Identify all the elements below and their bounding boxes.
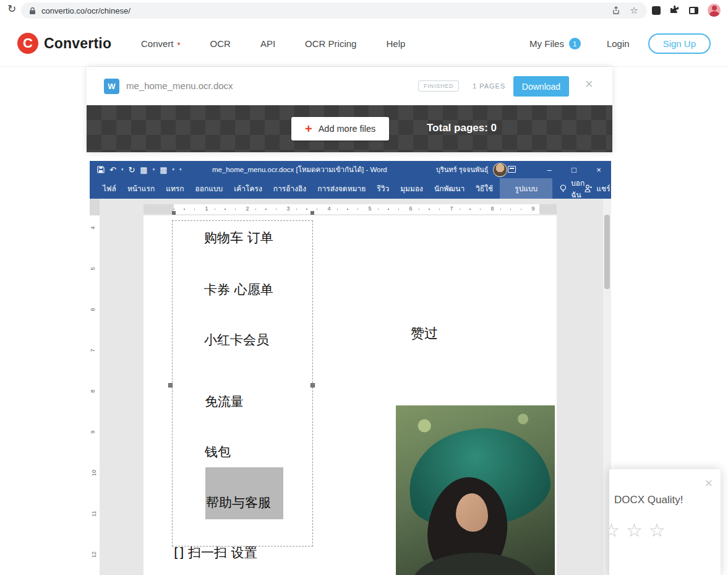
window-controls: – □ × [537, 161, 611, 178]
download-button[interactable]: Download [513, 76, 569, 97]
tab-developer[interactable]: นักพัฒนา [429, 178, 470, 199]
ruler-number: 7 [448, 205, 454, 212]
add-more-files-button[interactable]: + Add more files [291, 117, 389, 141]
popup-title: DOCX Quality! [614, 494, 683, 506]
convertio-logo-icon: C [17, 33, 38, 54]
share-icon[interactable] [612, 6, 620, 15]
indent-marker[interactable] [172, 211, 176, 215]
tab-help[interactable]: วิธีใช้ [470, 178, 499, 199]
signed-in-user[interactable]: บุรินทร์ รุจจนพันธุ์ [436, 161, 507, 178]
ruler-number: 4 [326, 205, 332, 212]
ribbon-tab-bar: ไฟล์ หน้าแรก แทรก ออกแบบ เค้าโครง การอ้า… [90, 178, 611, 199]
browser-profile-avatar[interactable] [708, 4, 721, 17]
indent-marker[interactable] [310, 211, 314, 215]
customize-qat-icon[interactable]: ▾ [179, 167, 182, 172]
scrollbar-thumb[interactable] [604, 215, 610, 289]
nav-convert[interactable]: Convert ▾ [141, 38, 181, 49]
convertio-logo[interactable]: C Convertio [17, 33, 111, 54]
chevron-down-icon: ▾ [178, 40, 181, 47]
table-tool-dropdown-icon[interactable]: ▾ [153, 167, 155, 172]
reload-icon[interactable]: ↻ [7, 2, 16, 15]
ruler-number: 6 [408, 205, 413, 212]
tab-file[interactable]: ไฟล์ [97, 178, 122, 199]
file-row: W me_home_menu.ocr.docx FINISHED 1 PAGES… [87, 67, 612, 105]
tab-design[interactable]: ออกแบบ [190, 178, 229, 199]
share-button[interactable]: แชร์ [585, 183, 610, 194]
tab-references[interactable]: การอ้างอิง [268, 178, 312, 199]
user-avatar [493, 163, 507, 177]
lightbulb-icon [560, 184, 567, 193]
tab-format[interactable]: รูปแบบ [500, 178, 552, 199]
status-badge: FINISHED [418, 80, 459, 92]
minimize-button[interactable]: – [537, 161, 562, 178]
file-name: me_home_menu.ocr.docx [126, 80, 233, 91]
ruler-number: 5 [90, 267, 96, 270]
save-icon[interactable] [97, 166, 105, 173]
star-icon[interactable]: ☆ [609, 521, 620, 540]
undo-dropdown-icon[interactable]: ▾ [121, 167, 124, 172]
doc-text-line[interactable]: 购物车 订单 [204, 229, 273, 246]
extension-square-icon[interactable] [652, 6, 661, 15]
close-icon[interactable]: × [585, 77, 593, 91]
tab-view[interactable]: มุมมอง [395, 178, 429, 199]
plus-icon: + [305, 123, 312, 135]
star-icon[interactable]: ☆ [626, 521, 643, 540]
ruler-number: 11 [91, 511, 97, 516]
tab-mailings[interactable]: การส่งจดหมาย [312, 178, 371, 199]
word-window: ↶ ▾ ↻ ▦ ▾ ▦ ▾ ▾ me_home_menu.ocr.docx [โ… [90, 161, 611, 575]
main-nav: Convert ▾ OCR API OCR Pricing Help [141, 20, 405, 67]
nav-help[interactable]: Help [386, 38, 405, 49]
ruler-number: 9 [90, 430, 96, 433]
word-titlebar: ↶ ▾ ↻ ▦ ▾ ▦ ▾ ▾ me_home_menu.ocr.docx [โ… [90, 161, 611, 178]
tab-insert[interactable]: แทรก [160, 178, 189, 199]
doc-text-line[interactable]: 钱包 [205, 443, 231, 460]
horizontal-ruler[interactable]: 1 2 3 4 5 6 7 8 9 [143, 204, 557, 214]
maximize-button[interactable]: □ [562, 161, 586, 178]
actions-bar: + Add more files Total pages: 0 [87, 105, 612, 152]
doc-text-line[interactable]: [] 扫一扫 设置 [174, 544, 257, 561]
ribbon-display-options-icon[interactable] [508, 166, 516, 173]
redo-icon[interactable]: ↻ [128, 166, 135, 174]
doc-text-line[interactable]: 卡券 心愿单 [204, 281, 273, 298]
frame-handle[interactable] [168, 383, 173, 387]
doc-side-text[interactable]: 赞过 [411, 324, 438, 343]
tab-review[interactable]: รีวิว [371, 178, 395, 199]
document-page[interactable]: 购物车 订单 卡券 心愿单 小红卡会员 免流量 钱包 帮助与客服 [] 扫一扫 … [143, 215, 557, 575]
puzzle-extensions-icon[interactable] [670, 4, 680, 17]
sign-up-button[interactable]: Sign Up [648, 33, 711, 54]
star-icon[interactable]: ☆ [649, 521, 666, 540]
tab-home[interactable]: หน้าแรก [122, 178, 160, 199]
table-tool-icon[interactable]: ▦ [140, 166, 147, 174]
photo-woman-umbrella[interactable] [396, 405, 555, 575]
doc-text-line[interactable]: 免流量 [205, 393, 244, 410]
bookmark-star-icon[interactable]: ☆ [630, 5, 638, 16]
rating-popup: × DOCX Quality! ☆ ☆ ☆ [609, 469, 721, 575]
nav-ocr[interactable]: OCR [210, 38, 231, 49]
side-panel-icon[interactable] [689, 7, 698, 14]
nav-ocr-pricing[interactable]: OCR Pricing [305, 38, 356, 49]
close-window-button[interactable]: × [586, 161, 611, 178]
frame-handle[interactable] [310, 383, 315, 387]
grid-tool-dropdown-icon[interactable]: ▾ [172, 167, 174, 172]
rating-stars: ☆ ☆ ☆ [609, 521, 666, 540]
my-files-link[interactable]: My Files 1 [529, 38, 581, 50]
vertical-ruler[interactable]: 4 5 6 7 8 9 10 11 12 [90, 199, 100, 575]
lock-icon [29, 7, 36, 15]
doc-text-line[interactable]: 小红卡会员 [204, 331, 269, 348]
undo-icon[interactable]: ↶ [109, 166, 116, 174]
tell-me-box[interactable]: บอกฉัน [560, 177, 585, 201]
tab-layout[interactable]: เค้าโครง [228, 178, 268, 199]
conversion-card: W me_home_menu.ocr.docx FINISHED 1 PAGES… [87, 67, 612, 152]
nav-api[interactable]: API [260, 38, 275, 49]
brand-name: Convertio [44, 35, 111, 52]
login-link[interactable]: Login [607, 38, 630, 49]
ruler-number: 12 [91, 551, 97, 558]
doc-text-line-highlighted[interactable]: 帮助与客服 [206, 494, 271, 511]
quick-access-toolbar: ↶ ▾ ↻ ▦ ▾ ▦ ▾ ▾ [97, 161, 181, 178]
total-pages-label: Total pages: 0 [427, 122, 497, 134]
address-bar[interactable]: convertio.co/ocr/chinese/ ☆ [21, 2, 647, 19]
ruler-number: 3 [285, 205, 291, 212]
grid-tool-icon[interactable]: ▦ [160, 166, 167, 174]
popup-close-icon[interactable]: × [704, 477, 713, 490]
ruler-number: 6 [90, 308, 96, 311]
